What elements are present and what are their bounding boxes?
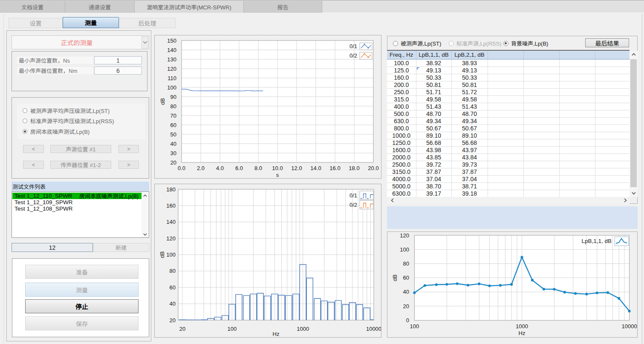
table-cell[interactable]: 49.13: [451, 67, 488, 74]
source-position-button[interactable]: 声源位置 #1: [50, 145, 111, 153]
table-cell[interactable]: 43.98: [416, 147, 451, 154]
table-cell[interactable]: [595, 96, 630, 103]
file-list-item[interactable]: Test 1_12_110_SPWR房间本底噪声测试,Lp(B): [12, 193, 142, 199]
table-cell[interactable]: [559, 132, 595, 139]
table-cell[interactable]: 50.67: [416, 125, 451, 132]
table-cell[interactable]: [595, 183, 630, 190]
table-cell[interactable]: 2500.0: [387, 161, 416, 168]
table-cell[interactable]: [523, 103, 559, 110]
radio-lp-st[interactable]: 被测声源平均声压级测试,Lp(ST): [23, 107, 110, 114]
scroll-up-icon[interactable]: [142, 192, 148, 199]
table-cell[interactable]: [523, 154, 559, 161]
table-cell[interactable]: 37.87: [451, 168, 488, 176]
table-cell[interactable]: [523, 89, 559, 96]
table-cell[interactable]: [523, 132, 559, 139]
mic-position-prev-button[interactable]: <: [23, 161, 44, 169]
table-cell[interactable]: 39.73: [451, 161, 488, 168]
table-cell[interactable]: 48.70: [416, 110, 451, 118]
table-cell[interactable]: 3150.0: [387, 168, 416, 176]
table-cell[interactable]: 630.0: [387, 118, 416, 125]
table-vscrollbar[interactable]: [630, 51, 638, 197]
table-cell[interactable]: [559, 168, 595, 176]
table-cell[interactable]: [488, 190, 523, 197]
source-position-next-button[interactable]: >: [118, 145, 139, 153]
scroll-down-icon[interactable]: [142, 231, 148, 237]
table-cell[interactable]: [488, 59, 523, 67]
table-cell[interactable]: [488, 89, 523, 96]
table-cell[interactable]: 49.13: [416, 67, 451, 74]
result-radio-lp-st[interactable]: 被测声源,Lp(ST): [393, 40, 441, 46]
table-cell[interactable]: 89.10: [416, 132, 451, 139]
table-cell[interactable]: 49.34: [416, 118, 451, 125]
table-cell[interactable]: 49.58: [416, 96, 451, 103]
save-button[interactable]: 保存: [25, 316, 139, 330]
last-result-button[interactable]: 最后结果: [585, 38, 629, 47]
table-cell[interactable]: [595, 110, 630, 118]
table-cell[interactable]: 38.71: [451, 183, 488, 190]
scroll-up-icon[interactable]: [630, 51, 638, 58]
prepare-button[interactable]: 准备: [25, 265, 139, 279]
table-cell[interactable]: 38.70: [416, 183, 451, 190]
table-cell[interactable]: 1000.0: [387, 132, 416, 139]
table-cell[interactable]: [559, 96, 595, 103]
table-header-cell[interactable]: [488, 51, 523, 59]
table-cell[interactable]: [488, 161, 523, 168]
table-cell[interactable]: [523, 110, 559, 118]
table-cell[interactable]: [488, 176, 523, 183]
table-cell[interactable]: [595, 125, 630, 132]
table-cell[interactable]: [559, 139, 595, 147]
table-cell[interactable]: [595, 74, 630, 81]
table-cell[interactable]: [595, 154, 630, 161]
table-cell[interactable]: [595, 190, 630, 197]
table-cell[interactable]: [559, 183, 595, 190]
file-list-item[interactable]: Test 1_12_108_SPWR: [12, 205, 142, 212]
table-cell[interactable]: 56.68: [451, 139, 488, 147]
table-cell[interactable]: [595, 118, 630, 125]
table-cell[interactable]: 4000.0: [387, 176, 416, 183]
table-cell[interactable]: [523, 81, 559, 89]
table-cell[interactable]: 1600.0: [387, 147, 416, 154]
min-mic-positions-value[interactable]: 6: [94, 66, 142, 75]
table-header-cell[interactable]: LpB,1,1, dB: [416, 51, 451, 59]
table-header-cell[interactable]: Freq., Hz: [387, 51, 416, 59]
tab-document-settings[interactable]: 文档设置: [0, 1, 65, 13]
table-cell[interactable]: 39.18: [451, 190, 488, 197]
table-cell[interactable]: 48.70: [451, 110, 488, 118]
table-cell[interactable]: 50.33: [416, 74, 451, 81]
table-cell[interactable]: 250.0: [387, 89, 416, 96]
table-cell[interactable]: 50.67: [451, 125, 488, 132]
stop-button[interactable]: 停止: [25, 299, 139, 313]
table-cell[interactable]: 51.72: [451, 89, 488, 96]
table-cell[interactable]: 38.92: [416, 59, 451, 67]
table-cell[interactable]: [559, 74, 595, 81]
table-cell[interactable]: [523, 74, 559, 81]
table-header-cell[interactable]: [559, 51, 595, 59]
table-cell[interactable]: [523, 139, 559, 147]
table-cell[interactable]: [559, 89, 595, 96]
measure-button[interactable]: 测量: [25, 283, 139, 297]
table-cell[interactable]: [595, 161, 630, 168]
table-cell[interactable]: [559, 67, 595, 74]
table-cell[interactable]: [559, 154, 595, 161]
table-cell[interactable]: [559, 147, 595, 154]
table-cell[interactable]: [523, 96, 559, 103]
table-cell[interactable]: 6300.0: [387, 190, 416, 197]
table-cell[interactable]: 125.0: [387, 67, 416, 74]
table-cell[interactable]: [488, 154, 523, 161]
mic-position-button[interactable]: 传声器位置 #1-2: [50, 161, 111, 169]
file-list-scrollbar[interactable]: [142, 192, 148, 237]
table-cell[interactable]: [523, 161, 559, 168]
tab-mcr-spwr[interactable]: 混响室法测试声功率(MCR-SPWR): [135, 1, 244, 13]
radio-lp-b[interactable]: 房间本底噪声测试,Lp(B): [23, 128, 90, 135]
table-cell[interactable]: [488, 168, 523, 176]
new-test-button[interactable]: 新建: [93, 243, 149, 252]
scroll-down-icon[interactable]: [630, 190, 638, 197]
table-cell[interactable]: [559, 190, 595, 197]
test-count-input[interactable]: 12: [12, 243, 93, 252]
table-cell[interactable]: 50.81: [451, 81, 488, 89]
source-position-prev-button[interactable]: <: [23, 145, 44, 153]
table-cell[interactable]: [523, 67, 559, 74]
subtab-measure[interactable]: 测量: [63, 17, 119, 28]
table-cell[interactable]: [523, 168, 559, 176]
table-cell[interactable]: [559, 110, 595, 118]
